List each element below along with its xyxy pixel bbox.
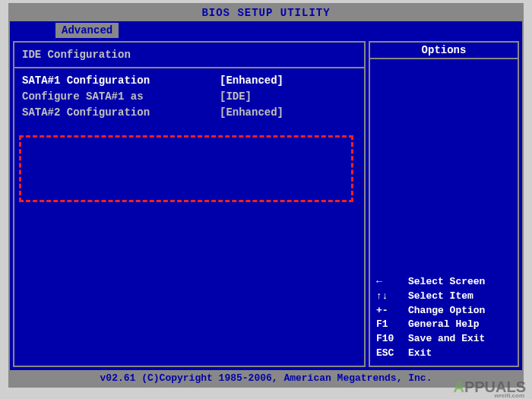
help-row: ←Select Screen bbox=[376, 275, 511, 290]
third-ide-master-row[interactable]: ▸ Third IDE Master : [Not Detected] bbox=[22, 192, 356, 208]
help-key: ↑↓ bbox=[376, 290, 408, 304]
help-text: Exit bbox=[408, 347, 432, 361]
help-text: Save and Exit bbox=[408, 332, 485, 347]
ide-label: Primary IDE Master bbox=[31, 128, 220, 144]
help-key: ← bbox=[376, 275, 408, 290]
colon: : bbox=[220, 192, 229, 208]
option-disabled[interactable]: Disabled bbox=[376, 65, 511, 81]
help-row: +-Change Option bbox=[376, 304, 511, 318]
help-text: General Help bbox=[408, 318, 480, 332]
tab-row: Advanced bbox=[10, 21, 522, 38]
panel-title: IDE Configuration bbox=[22, 49, 356, 61]
help-key: ESC bbox=[376, 347, 408, 361]
options-header: Options bbox=[370, 43, 518, 59]
title-bar: BIOS SETUP UTILITY bbox=[10, 5, 522, 21]
help-key: +- bbox=[376, 304, 408, 318]
config-value: [IDE] bbox=[220, 89, 356, 105]
ide-label: Secondary IDE Slave bbox=[31, 176, 220, 192]
help-row: ↑↓Select Item bbox=[376, 290, 511, 304]
ide-label: Secondary IDE Master bbox=[31, 160, 220, 176]
right-panel: Options Disabled Enhanced ←Select Screen… bbox=[369, 41, 519, 367]
help-text: Select Item bbox=[408, 290, 473, 304]
spacer bbox=[22, 121, 356, 128]
primary-ide-slave-row[interactable]: ▸ Primary IDE Slave : [Not Detected] bbox=[22, 144, 356, 160]
tab-advanced[interactable]: Advanced bbox=[55, 23, 119, 38]
help-row: F10Save and Exit bbox=[376, 332, 511, 347]
secondary-ide-slave-row[interactable]: ▸ Secondary IDE Slave : [Not Detected] bbox=[22, 176, 356, 192]
ide-value: [Not Detected] bbox=[229, 128, 356, 144]
help-text: Select Screen bbox=[408, 275, 485, 290]
main-area: IDE Configuration SATA#1 Configuration [… bbox=[10, 38, 522, 370]
watermark-url: wreilt.com bbox=[494, 392, 524, 399]
ide-value: [Not Detected] bbox=[229, 160, 356, 176]
config-value: [Enhanced] bbox=[220, 73, 356, 89]
config-value: [Enhanced] bbox=[220, 105, 356, 121]
help-row: ESCExit bbox=[376, 347, 511, 361]
ide-label: Third IDE Master bbox=[31, 192, 220, 208]
secondary-ide-master-row[interactable]: ▸ Secondary IDE Master : [Not Detected] bbox=[22, 160, 356, 176]
chevron-right-icon: ▸ bbox=[22, 128, 31, 144]
option-enhanced[interactable]: Enhanced bbox=[376, 81, 511, 97]
fourth-ide-master-row[interactable]: ▸ Fourth IDE Master : [Not Detected] bbox=[22, 208, 356, 224]
config-label: SATA#1 Configuration bbox=[22, 73, 220, 89]
ide-value: [Not Detected] bbox=[229, 176, 356, 192]
help-row: F1General Help bbox=[376, 318, 511, 332]
chevron-right-icon: ▸ bbox=[22, 208, 31, 224]
help-section: ←Select Screen ↑↓Select Item +-Change Op… bbox=[376, 275, 511, 361]
chevron-right-icon: ▸ bbox=[22, 192, 31, 208]
help-key: F10 bbox=[376, 332, 408, 347]
help-key: F1 bbox=[376, 318, 408, 332]
left-panel: IDE Configuration SATA#1 Configuration [… bbox=[13, 41, 366, 367]
sata1-config-row[interactable]: SATA#1 Configuration [Enhanced] bbox=[22, 73, 356, 89]
chevron-right-icon: ▸ bbox=[22, 144, 31, 160]
sata1-as-row[interactable]: Configure SATA#1 as [IDE] bbox=[22, 89, 356, 105]
sata2-config-row[interactable]: SATA#2 Configuration [Enhanced] bbox=[22, 105, 356, 121]
colon: : bbox=[220, 208, 229, 224]
config-label: SATA#2 Configuration bbox=[22, 105, 220, 121]
colon: : bbox=[220, 160, 229, 176]
primary-ide-master-row[interactable]: ▸ Primary IDE Master : [Not Detected] bbox=[22, 128, 356, 144]
colon: : bbox=[220, 128, 229, 144]
ide-label: Primary IDE Slave bbox=[31, 144, 220, 160]
chevron-right-icon: ▸ bbox=[22, 160, 31, 176]
ide-label: Fourth IDE Master bbox=[31, 208, 220, 224]
help-text: Change Option bbox=[408, 304, 485, 318]
ide-value: [Not Detected] bbox=[229, 192, 356, 208]
colon: : bbox=[220, 176, 229, 192]
footer: v02.61 (C)Copyright 1985-2006, American … bbox=[10, 370, 522, 386]
config-label: Configure SATA#1 as bbox=[22, 89, 220, 105]
bios-screen: BIOS SETUP UTILITY Advanced IDE Configur… bbox=[8, 3, 524, 388]
chevron-right-icon: ▸ bbox=[22, 176, 31, 192]
ide-value: [Not Detected] bbox=[229, 208, 356, 224]
divider-icon bbox=[14, 67, 364, 68]
colon: : bbox=[220, 144, 229, 160]
ide-value: [Not Detected] bbox=[229, 144, 356, 160]
